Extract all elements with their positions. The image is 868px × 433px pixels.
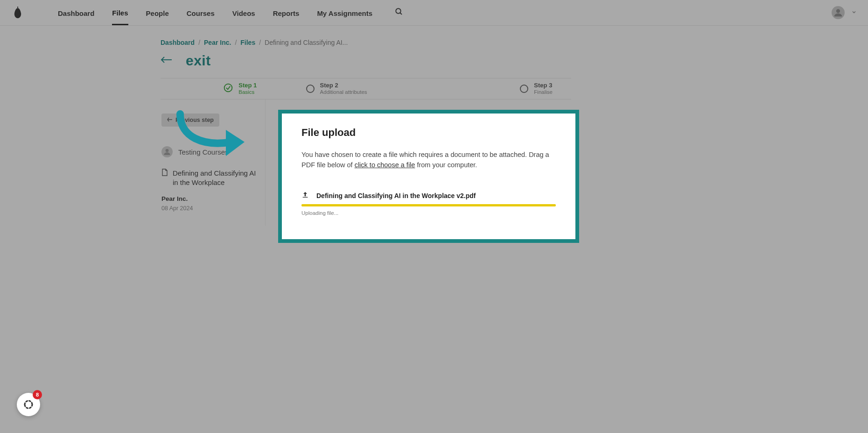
upload-description: You have chosen to create a file which r… xyxy=(301,150,556,170)
breadcrumb-org[interactable]: Pear Inc. xyxy=(204,39,231,46)
step-1[interactable]: Step 1 Basics xyxy=(161,82,292,95)
chevron-down-icon xyxy=(851,8,857,17)
stepper: Step 1 Basics Step 2 Additional attribut… xyxy=(161,78,571,99)
avatar xyxy=(161,146,173,157)
chat-widget-button[interactable]: 8 xyxy=(17,393,40,416)
svg-line-1 xyxy=(400,13,402,14)
nav-links: Dashboard Files People Courses Videos Re… xyxy=(58,0,403,25)
step-2[interactable]: Step 2 Additional attributes xyxy=(292,82,440,95)
circle-icon xyxy=(306,85,315,93)
exit-link[interactable]: exit xyxy=(186,53,211,69)
document-icon xyxy=(161,169,168,178)
svg-point-2 xyxy=(836,9,840,13)
search-icon[interactable] xyxy=(395,7,403,18)
user-menu[interactable] xyxy=(832,6,857,19)
circle-icon xyxy=(520,85,528,93)
document-title: Defining and Classifying AI in the Workp… xyxy=(173,169,257,188)
breadcrumb-files[interactable]: Files xyxy=(240,39,255,46)
upload-icon xyxy=(301,191,309,200)
document-row: Defining and Classifying AI in the Workp… xyxy=(161,169,257,188)
chat-badge: 8 xyxy=(33,390,42,399)
check-circle-icon xyxy=(224,83,233,94)
svg-point-4 xyxy=(224,84,232,92)
previous-step-label: Previous step xyxy=(175,117,214,123)
upload-filename: Defining and Classifying AI in the Workp… xyxy=(316,192,476,199)
svg-rect-7 xyxy=(303,197,308,197)
nav-files[interactable]: Files xyxy=(112,0,128,25)
step-1-title: Step 1 xyxy=(238,82,257,89)
breadcrumb-current: Defining and Classifying AI... xyxy=(265,39,348,46)
breadcrumb: Dashboard / Pear Inc. / Files / Defining… xyxy=(161,39,571,46)
exit-row: exit xyxy=(161,53,571,69)
back-arrow-icon[interactable] xyxy=(161,57,173,65)
svg-point-0 xyxy=(396,8,401,14)
upload-heading: File upload xyxy=(301,127,556,139)
svg-point-6 xyxy=(166,149,169,152)
step-3-title: Step 3 xyxy=(534,82,553,89)
step-1-sub: Basics xyxy=(238,89,257,95)
step-2-sub: Additional attributes xyxy=(320,89,367,95)
upload-file-row: Defining and Classifying AI in the Workp… xyxy=(301,191,556,200)
arrow-left-icon xyxy=(167,117,173,123)
left-sidebar: Previous step Testing Courses xyxy=(161,99,266,226)
top-nav: Dashboard Files People Courses Videos Re… xyxy=(0,0,868,26)
nav-videos[interactable]: Videos xyxy=(232,1,255,24)
nav-reports[interactable]: Reports xyxy=(273,1,300,24)
nav-courses[interactable]: Courses xyxy=(187,1,215,24)
nav-my-assignments[interactable]: My Assignments xyxy=(317,1,372,24)
nav-people[interactable]: People xyxy=(146,1,169,24)
document-date: 08 Apr 2024 xyxy=(161,205,257,212)
breadcrumb-dashboard[interactable]: Dashboard xyxy=(161,39,195,46)
upload-status: Uploading file... xyxy=(301,210,556,216)
step-2-title: Step 2 xyxy=(320,82,367,89)
pear-logo-icon xyxy=(13,7,22,19)
author-name: Testing Courses xyxy=(178,148,229,156)
author-row: Testing Courses xyxy=(161,146,257,157)
upload-progress-bar xyxy=(301,204,556,206)
nav-dashboard[interactable]: Dashboard xyxy=(58,1,94,24)
step-3[interactable]: Step 3 Finalise xyxy=(440,82,571,95)
org-name: Pear Inc. xyxy=(161,195,257,202)
file-upload-panel: File upload You have chosen to create a … xyxy=(278,110,579,243)
previous-step-button[interactable]: Previous step xyxy=(161,114,219,127)
step-3-sub: Finalise xyxy=(534,89,553,95)
choose-file-link[interactable]: click to choose a file xyxy=(355,161,415,169)
avatar xyxy=(832,6,845,19)
